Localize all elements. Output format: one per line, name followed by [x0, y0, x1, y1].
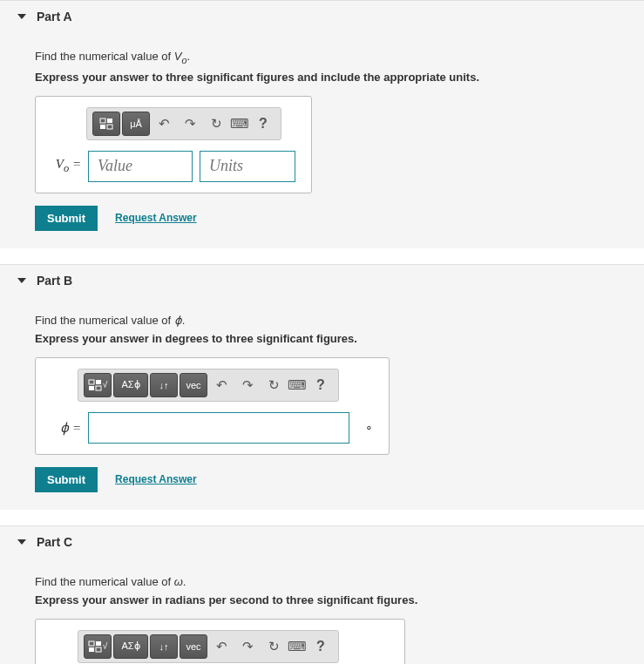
request-answer-link[interactable]: Request Answer — [115, 212, 197, 224]
svg-rect-0 — [100, 119, 105, 123]
instruction-text: Express your answer in radians per secon… — [35, 593, 609, 606]
actions-row: Submit Request Answer — [35, 467, 609, 492]
reset-icon[interactable]: ↻ — [261, 634, 286, 659]
part-1: Part B Find the numerical value of ϕ. Ex… — [0, 264, 644, 510]
input-row: ϕ = ∘ — [51, 412, 373, 444]
svg-rect-10 — [89, 647, 94, 652]
answer-box: √ ΑΣϕ ↓↑ vec ↶ ↷ ↻ ⌨ ? ω = rad/s — [35, 619, 405, 664]
answer-box: μÅ ↶ ↷ ↻ ⌨ ? Vo = — [35, 96, 312, 193]
variable-label: ϕ = — [51, 420, 81, 436]
toolbar: √ ΑΣϕ ↓↑ vec ↶ ↷ ↻ ⌨ ? — [78, 630, 339, 663]
svg-rect-8 — [89, 641, 94, 646]
part-body: Find the numerical value of ϕ. Express y… — [0, 296, 644, 510]
caret-down-icon — [17, 278, 26, 283]
svg-rect-6 — [89, 386, 94, 390]
svg-rect-5 — [96, 380, 101, 384]
part-body: Find the numerical value of Vo. Express … — [0, 32, 644, 248]
units-button[interactable]: μÅ — [122, 112, 150, 136]
unit-suffix: ∘ — [365, 420, 373, 435]
svg-rect-7 — [96, 386, 101, 390]
part-2: Part C Find the numerical value of ω. Ex… — [0, 525, 644, 664]
vector-button[interactable]: vec — [180, 634, 207, 659]
toolbar: μÅ ↶ ↷ ↻ ⌨ ? — [86, 107, 281, 140]
undo-icon[interactable]: ↶ — [209, 634, 234, 659]
template-button[interactable]: √ — [84, 373, 112, 397]
part-header[interactable]: Part A — [0, 1, 644, 32]
redo-icon[interactable]: ↷ — [235, 373, 260, 397]
request-answer-link[interactable]: Request Answer — [115, 473, 197, 485]
prompt-text: Find the numerical value of ϕ. — [35, 314, 609, 327]
help-icon[interactable]: ? — [308, 373, 333, 397]
vector-button[interactable]: vec — [180, 373, 207, 397]
toolbar: √ ΑΣϕ ↓↑ vec ↶ ↷ ↻ ⌨ ? — [78, 369, 339, 402]
caret-down-icon — [17, 539, 26, 545]
value-input[interactable] — [88, 151, 193, 182]
keyboard-icon[interactable]: ⌨ — [288, 634, 307, 659]
undo-icon[interactable]: ↶ — [152, 112, 176, 136]
svg-rect-1 — [107, 119, 112, 123]
part-body: Find the numerical value of ω. Express y… — [0, 558, 644, 664]
reset-icon[interactable]: ↻ — [204, 112, 228, 136]
svg-rect-9 — [96, 641, 101, 646]
value-input[interactable] — [88, 412, 349, 444]
prompt-text: Find the numerical value of Vo. — [35, 50, 609, 65]
actions-row: Submit Request Answer — [35, 206, 609, 231]
units-input[interactable] — [200, 151, 295, 182]
template-button[interactable] — [92, 112, 120, 136]
prompt-text: Find the numerical value of ω. — [35, 575, 609, 588]
svg-rect-3 — [107, 125, 112, 129]
instruction-text: Express your answer in degrees to three … — [35, 332, 609, 345]
instruction-text: Express your answer to three significant… — [35, 71, 609, 84]
part-title: Part A — [37, 10, 72, 24]
help-icon[interactable]: ? — [251, 112, 275, 136]
input-row: Vo = — [51, 151, 295, 182]
redo-icon[interactable]: ↷ — [178, 112, 202, 136]
greek-button[interactable]: ΑΣϕ — [113, 373, 148, 397]
svg-rect-11 — [96, 647, 101, 652]
help-icon[interactable]: ? — [308, 634, 333, 659]
reset-icon[interactable]: ↻ — [261, 373, 286, 397]
part-title: Part C — [37, 535, 72, 549]
part-title: Part B — [37, 274, 72, 288]
keyboard-icon[interactable]: ⌨ — [288, 373, 307, 397]
undo-icon[interactable]: ↶ — [209, 373, 234, 397]
template-button[interactable]: √ — [84, 634, 112, 659]
submit-button[interactable]: Submit — [35, 206, 98, 231]
subscript-button[interactable]: ↓↑ — [150, 373, 178, 397]
part-header[interactable]: Part B — [0, 265, 644, 296]
redo-icon[interactable]: ↷ — [235, 634, 260, 659]
caret-down-icon — [17, 14, 26, 19]
subscript-button[interactable]: ↓↑ — [150, 634, 178, 659]
part-0: Part A Find the numerical value of Vo. E… — [0, 0, 644, 248]
part-header[interactable]: Part C — [0, 526, 644, 558]
greek-button[interactable]: ΑΣϕ — [113, 634, 148, 659]
svg-rect-2 — [100, 125, 105, 129]
variable-label: Vo = — [51, 157, 81, 175]
svg-rect-4 — [89, 380, 94, 384]
keyboard-icon[interactable]: ⌨ — [230, 112, 249, 136]
submit-button[interactable]: Submit — [35, 467, 98, 492]
answer-box: √ ΑΣϕ ↓↑ vec ↶ ↷ ↻ ⌨ ? ϕ = ∘ — [35, 357, 390, 455]
